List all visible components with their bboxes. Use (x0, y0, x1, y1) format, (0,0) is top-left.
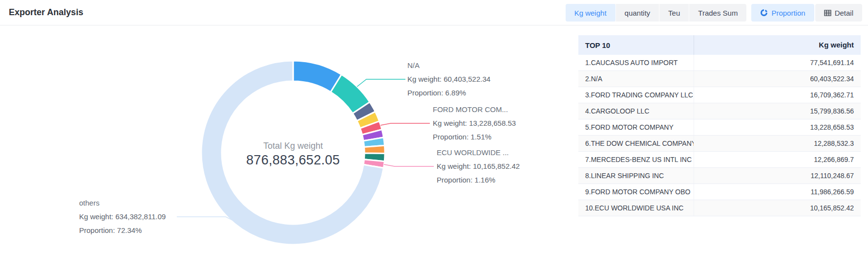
row-exporter-name: 10.ECU WORLDWIDE USA INC (578, 204, 694, 212)
table-row: 2.N/A60,403,522.34 (578, 71, 861, 87)
tab-teu[interactable]: Teu (659, 4, 689, 22)
page-title: Exporter Analysis (9, 0, 83, 25)
row-kg-weight: 60,403,522.34 (694, 71, 861, 87)
table-row: 9.FORD MOTOR COMPANY OBO11,986,266.59 (578, 184, 861, 200)
tab-detail-label: Detail (835, 9, 853, 17)
tab-trades-sum-label: Trades Sum (698, 9, 738, 17)
page-header: Exporter Analysis Kg weight quantity Teu… (0, 0, 868, 25)
callout-proportion: Proportion: 1.51% (433, 130, 516, 144)
row-exporter-name: 4.CARGOLOOP LLC (578, 107, 694, 115)
row-exporter-name: 5.FORD MOTOR COMPANY (578, 123, 694, 131)
callout-kg-weight: Kg weight: 10,165,852.42 (437, 160, 520, 173)
callout-proportion: Proportion: 72.34% (79, 224, 166, 237)
tab-proportion[interactable]: Proportion (751, 4, 814, 22)
leader-line-ford-motor (381, 123, 430, 125)
table-header-row: TOP 10 Kg weight (578, 35, 861, 55)
callout-kg-weight: Kg weight: 60,403,522.34 (407, 72, 490, 86)
tab-quantity[interactable]: quantity (615, 4, 659, 22)
tab-quantity-label: quantity (625, 9, 651, 17)
table-row: 6.THE DOW CHEMICAL COMPANY12,288,532.3 (578, 136, 861, 152)
table-row: 7.MERCEDES-BENZ US INTL INC12,266,869.7 (578, 152, 861, 168)
row-kg-weight: 13,228,658.53 (694, 119, 861, 135)
table-row: 5.FORD MOTOR COMPANY13,228,658.53 (578, 119, 861, 136)
row-exporter-name: 1.CAUCASUS AUTO IMPORT (578, 59, 694, 67)
donut-chart-icon (760, 9, 768, 17)
callout-na: N/A Kg weight: 60,403,522.34 Proportion:… (407, 59, 490, 100)
view-tab-group: Proportion Detail (751, 4, 862, 22)
row-kg-weight: 12,110,248.67 (694, 168, 861, 184)
callout-kg-weight: Kg weight: 634,382,811.09 (79, 210, 166, 224)
callout-ecu: ECU WORLDWIDE ... Kg weight: 10,165,852.… (437, 146, 520, 187)
callout-title: FORD MOTOR COM... (433, 103, 516, 116)
row-exporter-name: 9.FORD MOTOR COMPANY OBO (578, 188, 694, 196)
tab-detail[interactable]: Detail (815, 4, 862, 22)
tab-kg-weight-label: Kg weight (574, 9, 607, 17)
leader-line-ecu (384, 164, 434, 166)
row-exporter-name: 7.MERCEDES-BENZ US INTL INC (578, 156, 694, 163)
exporter-analysis-panel: Exporter Analysis Kg weight quantity Teu… (0, 0, 868, 253)
row-exporter-name: 6.THE DOW CHEMICAL COMPANY (578, 139, 694, 147)
table-row: 3.FORD TRADING COMPANY LLC16,709,362.71 (578, 87, 861, 103)
top10-table: TOP 10 Kg weight 1.CAUCASUS AUTO IMPORT7… (578, 35, 861, 216)
table-row: 4.CARGOLOOP LLC15,799,836.56 (578, 103, 861, 119)
callout-proportion: Proportion: 6.89% (407, 86, 490, 100)
donut-segment-linear-shipping-inc[interactable] (364, 145, 385, 153)
leader-line-others (177, 217, 233, 220)
callout-title: ECU WORLDWIDE ... (437, 146, 520, 160)
row-exporter-name: 2.N/A (578, 75, 694, 83)
callout-ford-motor: FORD MOTOR COM... Kg weight: 13,228,658.… (433, 103, 516, 144)
tab-teu-label: Teu (668, 9, 680, 17)
tab-kg-weight[interactable]: Kg weight (566, 4, 615, 22)
table-header-top10: TOP 10 (578, 41, 694, 49)
toolbar: Kg weight quantity Teu Trades Sum (566, 4, 862, 22)
callout-kg-weight: Kg weight: 13,228,658.53 (433, 116, 516, 130)
row-exporter-name: 8.LINEAR SHIPPING INC (578, 172, 694, 180)
table-body: 1.CAUCASUS AUTO IMPORT77,541,691.142.N/A… (578, 55, 861, 216)
row-kg-weight: 11,986,266.59 (694, 184, 861, 200)
row-kg-weight: 15,799,836.56 (694, 103, 861, 119)
leader-line-na (357, 79, 405, 87)
tab-proportion-label: Proportion (771, 9, 805, 17)
row-kg-weight: 77,541,691.14 (694, 55, 861, 70)
tab-trades-sum[interactable]: Trades Sum (689, 4, 746, 22)
row-kg-weight: 16,709,362.71 (694, 87, 861, 103)
table-row: 1.CAUCASUS AUTO IMPORT77,541,691.14 (578, 55, 861, 71)
metric-tab-group: Kg weight quantity Teu Trades Sum (566, 4, 747, 22)
row-kg-weight: 12,266,869.7 (694, 152, 861, 167)
callout-title: others (79, 196, 166, 210)
table-row: 8.LINEAR SHIPPING INC12,110,248.67 (578, 168, 861, 184)
table-row: 10.ECU WORLDWIDE USA INC10,165,852.42 (578, 200, 861, 216)
row-exporter-name: 3.FORD TRADING COMPANY LLC (578, 91, 694, 99)
table-icon (824, 9, 831, 17)
callout-others: others Kg weight: 634,382,811.09 Proport… (79, 196, 166, 237)
row-kg-weight: 10,165,852.42 (694, 200, 861, 216)
callout-proportion: Proportion: 1.16% (437, 173, 520, 187)
callout-title: N/A (407, 59, 490, 72)
table-header-kg-weight: Kg weight (694, 35, 861, 55)
row-kg-weight: 12,288,532.3 (694, 136, 861, 151)
